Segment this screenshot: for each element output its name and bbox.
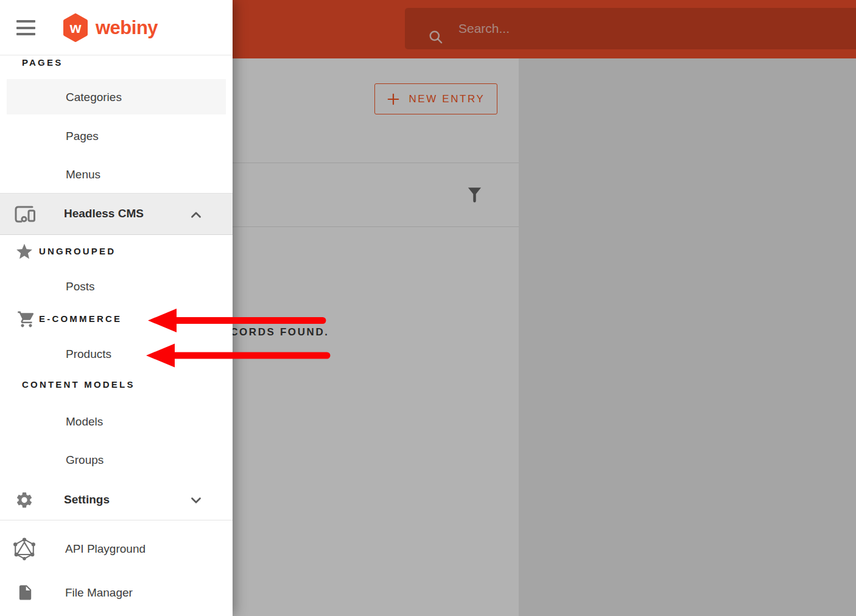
logo-wordmark: webiny [96,17,158,39]
sidebar-item-menus[interactable]: Menus [66,166,100,183]
sidebar-item-models[interactable]: Models [66,413,103,430]
chevron-up-icon[interactable] [188,207,204,223]
gear-icon [15,491,34,509]
webiny-logo[interactable]: w webiny [63,13,158,42]
drawer-header: w webiny [0,0,233,55]
graphql-icon [13,537,36,561]
cart-icon [17,310,36,329]
navigation-drawer: w webiny PAGES Categories Pages Menus He… [0,0,233,616]
sidebar-item-api-playground[interactable]: API Playground [65,541,146,558]
chevron-down-icon[interactable] [188,492,204,508]
webiny-logo-icon: w [63,13,88,42]
devices-icon [13,204,36,225]
sidebar-item-groups[interactable]: Groups [66,452,103,469]
sidebar-item-pages[interactable]: Pages [66,128,99,145]
sidebar-item-categories[interactable]: Categories [66,89,122,106]
star-icon [15,242,34,261]
sidebar-item-posts[interactable]: Posts [66,278,95,295]
menu-icon[interactable] [16,20,35,35]
sidebar-item-file-manager[interactable]: File Manager [65,584,133,601]
section-header-content-models: CONTENT MODELS [22,378,135,391]
group-header-ungrouped[interactable]: UNGROUPED [39,245,116,258]
file-icon [16,583,34,603]
sidebar-item-products[interactable]: Products [66,346,111,363]
logo-letter: w [69,19,82,36]
app-screen: NEW ENTRY NO RECORDS FOUND. w webiny [0,0,856,616]
sidebar-item-settings[interactable]: Settings [64,491,110,508]
group-header-e-commerce[interactable]: E-COMMERCE [39,312,122,326]
sidebar-item-headless-cms[interactable]: Headless CMS [64,205,144,222]
section-header-pages: PAGES [22,56,63,69]
drawer-divider [0,520,233,520]
